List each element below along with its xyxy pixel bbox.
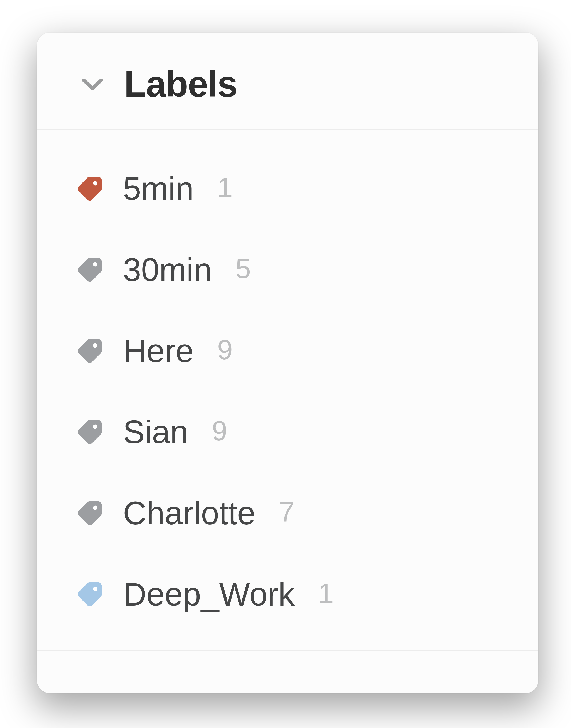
svg-point-2 <box>93 343 98 348</box>
labels-section-header[interactable]: Labels <box>37 33 538 130</box>
label-name: Deep_Work <box>123 576 295 613</box>
tag-icon <box>76 337 103 365</box>
label-name: Charlotte <box>123 494 255 532</box>
svg-point-1 <box>93 262 98 267</box>
label-count: 7 <box>279 496 295 528</box>
label-deep-work[interactable]: Deep_Work 1 <box>76 554 502 635</box>
labels-section-title: Labels <box>124 63 237 105</box>
label-charlotte[interactable]: Charlotte 7 <box>76 473 502 554</box>
label-30min[interactable]: 30min 5 <box>76 229 502 310</box>
label-here[interactable]: Here 9 <box>76 310 502 392</box>
label-count: 1 <box>318 577 334 609</box>
chevron-down-icon <box>80 71 106 97</box>
tag-icon <box>76 419 103 446</box>
tag-icon <box>76 581 103 608</box>
tag-icon <box>76 499 103 527</box>
label-count: 9 <box>217 334 233 366</box>
label-name: 30min <box>123 251 212 289</box>
tag-icon <box>76 256 103 283</box>
svg-point-4 <box>93 506 98 510</box>
label-name: 5min <box>123 170 194 207</box>
label-name: Here <box>123 332 194 370</box>
label-sian[interactable]: Sian 9 <box>76 392 502 473</box>
svg-point-5 <box>93 587 98 591</box>
label-name: Sian <box>123 413 188 451</box>
labels-panel: Labels 5min 1 <box>37 33 538 693</box>
label-count: 5 <box>235 253 251 285</box>
label-count: 9 <box>212 415 227 447</box>
label-count: 1 <box>217 171 233 203</box>
svg-point-0 <box>93 181 98 185</box>
svg-point-3 <box>93 425 98 429</box>
labels-list: 5min 1 30min 5 <box>37 130 538 651</box>
tag-icon <box>76 175 103 202</box>
label-5min[interactable]: 5min 1 <box>76 148 502 229</box>
